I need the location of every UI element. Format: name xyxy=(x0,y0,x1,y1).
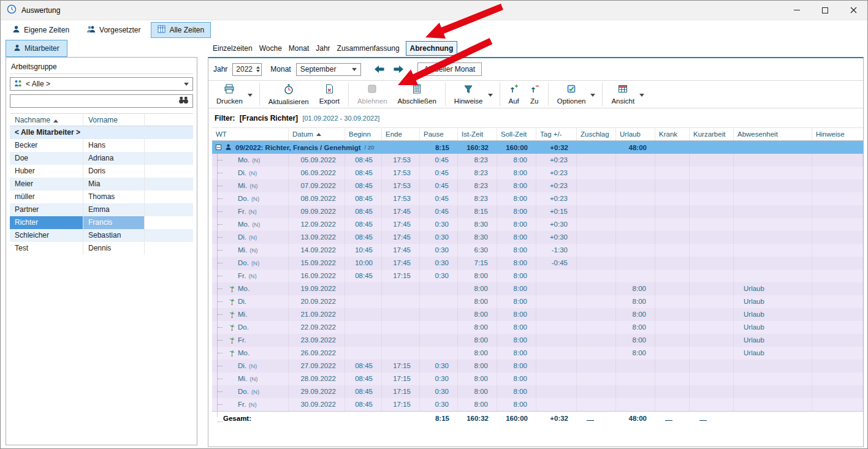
chevron-down-icon[interactable] xyxy=(487,90,495,99)
timesheet-row[interactable]: Do.(N)15.09.202210:0017:450:307:158:00-0… xyxy=(212,257,863,270)
employee-row[interactable]: SchleicherSebastian xyxy=(10,229,193,242)
column-header-tag-[interactable]: Tag +/- xyxy=(536,128,577,140)
scope-vorgesetzter[interactable]: Vorgesetzter xyxy=(80,22,147,38)
tab-jahr[interactable]: Jahr xyxy=(315,42,330,55)
timesheet-row[interactable]: Do.(N)29.09.202208:4517:150:308:008:00 xyxy=(212,385,863,398)
employee-row[interactable]: HuberDoris xyxy=(10,165,193,178)
chevron-down-icon[interactable] xyxy=(247,90,255,99)
spin-up-icon[interactable] xyxy=(256,66,260,69)
grid-icon xyxy=(158,25,166,35)
employee-row[interactable]: RichterFrancis xyxy=(10,216,193,229)
employee-row[interactable]: BeckerHans xyxy=(10,139,193,152)
total-soll-zeit: 160:00 xyxy=(497,415,536,422)
ansicht-button[interactable]: Ansicht xyxy=(607,82,647,107)
column-header-zuschlag[interactable]: Zuschlag xyxy=(577,128,616,140)
column-header-krank[interactable]: Krank xyxy=(655,128,690,140)
timesheet-row[interactable]: Mo.26.09.20228:008:008:00Urlaub xyxy=(212,347,863,360)
cell-beginn: 08:45 xyxy=(345,398,382,411)
collapse-icon[interactable] xyxy=(216,144,221,151)
cell-soll: 8:00 xyxy=(497,295,536,308)
column-header-nachname[interactable]: Nachname xyxy=(10,114,83,127)
employee-row[interactable]: MeierMia xyxy=(10,178,193,191)
column-header-vorname[interactable]: Vorname xyxy=(83,114,145,127)
timesheet-row[interactable]: Mi.21.09.20228:008:008:00Urlaub xyxy=(212,308,863,321)
tab-abrechnung[interactable]: Abrechnung xyxy=(406,41,458,56)
column-header-datum[interactable]: Datum xyxy=(289,128,345,140)
tab-einzelzeiten[interactable]: Einzelzeiten xyxy=(212,42,253,55)
timesheet-row[interactable]: Fr.(N)16.09.202208:4517:150:308:008:00 xyxy=(212,270,863,282)
auf-button[interactable]: Auf xyxy=(504,82,523,107)
tab-mitarbeiter[interactable]: Mitarbeiter xyxy=(6,40,67,57)
aktualisieren-button[interactable]: Aktualisieren xyxy=(264,82,313,107)
spin-down-icon[interactable] xyxy=(256,70,260,72)
column-header-hinweise[interactable]: Hinweise xyxy=(812,128,863,140)
column-header-urlaub[interactable]: Urlaub xyxy=(616,128,655,140)
tab-zusammenfassung[interactable]: Zusammenfassung xyxy=(337,42,400,55)
column-header-beginn[interactable]: Beginn xyxy=(345,128,382,140)
chevron-down-icon[interactable] xyxy=(590,90,598,99)
zu-button[interactable]: Zu xyxy=(525,82,544,107)
column-header-abwesenheit[interactable]: Abwesenheit xyxy=(734,128,812,140)
employee-row[interactable]: PartnerEmma xyxy=(10,203,193,216)
column-header-ende[interactable]: Ende xyxy=(382,128,420,140)
next-month-button[interactable] xyxy=(392,62,406,76)
year-spinner[interactable]: 2022 xyxy=(232,63,262,76)
maximize-button[interactable] xyxy=(811,1,839,20)
employee-row[interactable]: DoeAdriana xyxy=(10,152,193,165)
arbeitsgruppe-select[interactable]: < Alle > xyxy=(10,77,193,91)
timesheet-row[interactable]: Do.(N)08.09.202208:4517:530:458:238:00+0… xyxy=(212,192,863,205)
cell-weekday: Do. xyxy=(212,321,289,334)
timesheet-row[interactable]: Do.22.09.20228:008:008:00Urlaub xyxy=(212,321,863,334)
timesheet-row[interactable]: Mi.(N)07.09.202208:4517:530:458:238:00+0… xyxy=(212,179,863,192)
export-button[interactable]: Export xyxy=(315,82,344,107)
employee-row[interactable]: müllerThomas xyxy=(10,191,193,203)
cell-abw xyxy=(734,385,812,398)
abschliessen-button[interactable]: Abschließen xyxy=(394,82,441,107)
timesheet-row[interactable]: Di.(N)06.09.202208:4517:530:458:238:00+0… xyxy=(212,167,863,179)
all-employees-row[interactable]: < Alle Mitarbeiter > xyxy=(10,126,193,139)
scope-alle-zeiten[interactable]: Alle Zeiten xyxy=(151,22,211,38)
timesheet-row[interactable]: Fr.23.09.20228:008:008:00Urlaub xyxy=(212,334,863,347)
cell-abw: Urlaub xyxy=(734,347,812,360)
group-count: / 20 xyxy=(365,144,375,151)
cell-ist: 8:00 xyxy=(458,347,497,360)
binoculars-icon[interactable] xyxy=(178,96,189,106)
cell-tag xyxy=(536,282,577,295)
employee-search-input[interactable] xyxy=(14,97,178,105)
timesheet-row[interactable]: Fr.(N)09.09.202208:4517:450:458:158:00+0… xyxy=(212,205,863,218)
month-select[interactable]: September xyxy=(296,63,361,76)
column-header-ist-zeit[interactable]: Ist-Zeit xyxy=(458,128,497,140)
chevron-down-icon[interactable] xyxy=(639,90,647,99)
optionen-button[interactable]: Optionen xyxy=(553,82,598,107)
scope-eigene-zeiten[interactable]: Eigene Zeiten xyxy=(6,22,76,38)
cell-ist: 8:00 xyxy=(458,385,497,398)
column-header-kurzarbeit[interactable]: Kurzarbeit xyxy=(690,128,734,140)
cell-kurzarbeit xyxy=(690,372,734,385)
minimize-button[interactable] xyxy=(783,1,811,20)
employee-row[interactable]: TestDennis xyxy=(10,242,193,255)
close-button[interactable] xyxy=(839,1,867,20)
drucken-button[interactable]: Drucken xyxy=(212,82,255,107)
timesheet-row[interactable]: Di.20.09.20228:008:008:00Urlaub xyxy=(212,295,863,308)
timesheet-row[interactable]: Mo.(N)12.09.202208:4517:450:308:308:00+0… xyxy=(212,218,863,231)
cell-tag: +0:30 xyxy=(536,218,577,231)
timesheet-row[interactable]: Mi.(N)14.09.202210:4517:450:306:308:00-1… xyxy=(212,244,863,257)
tab-monat[interactable]: Monat xyxy=(288,42,310,55)
timesheet-row[interactable]: Mi.(N)28.09.202208:4517:150:308:008:00 xyxy=(212,372,863,385)
timesheet-row[interactable]: Mo.19.09.20228:008:008:00Urlaub xyxy=(212,282,863,295)
cell-weekday: Mo.(N) xyxy=(212,154,289,167)
hinweise-button[interactable]: Hinweise xyxy=(450,83,495,107)
column-header-wt[interactable]: WT xyxy=(212,128,289,140)
column-header-soll-zeit[interactable]: Soll-Zeit xyxy=(497,128,536,140)
timesheet-row[interactable]: Fr.(N)30.09.202208:4517:150:308:008:00 xyxy=(212,398,863,411)
timesheet-row[interactable]: Mo.(N)05.09.202208:4517:530:458:238:00+0… xyxy=(212,154,863,167)
cell-urlaub: 8:00 xyxy=(616,347,655,360)
tab-woche[interactable]: Woche xyxy=(259,42,283,55)
previous-month-button[interactable] xyxy=(372,62,387,76)
column-header-pause[interactable]: Pause xyxy=(420,128,458,140)
timesheet-row[interactable]: Di.(N)27.09.202208:4517:150:308:008:00 xyxy=(212,360,863,372)
timesheet-row[interactable]: Di.(N)13.09.202208:4517:450:308:308:00+0… xyxy=(212,231,863,244)
current-month-button[interactable]: Aktueller Monat xyxy=(417,62,482,76)
group-row[interactable]: 09/2022: Richter, Francis / Genehmigt / … xyxy=(212,141,863,154)
cell-ende xyxy=(382,321,420,334)
